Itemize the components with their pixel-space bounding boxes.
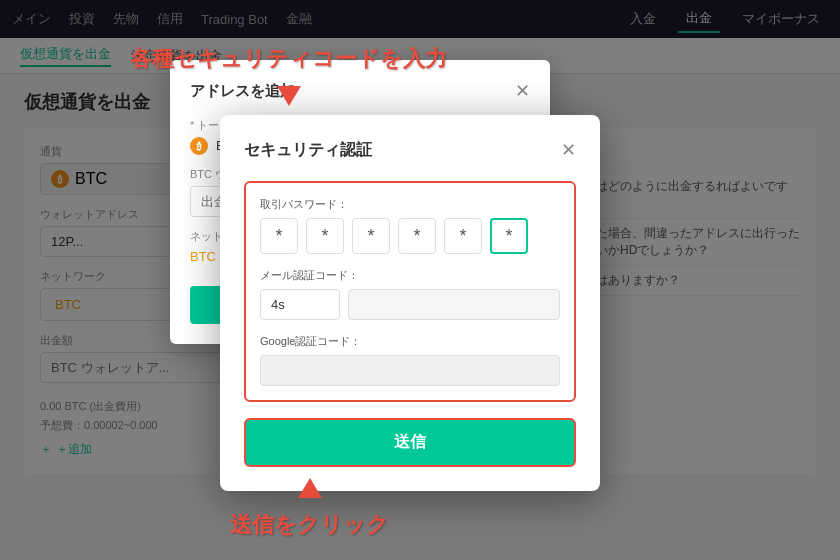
annotation-bottom: 送信をクリック — [230, 474, 389, 540]
email-code-label: メール認証コード： — [260, 268, 560, 283]
google-code-label: Google認証コード： — [260, 334, 560, 349]
google-code-input[interactable] — [260, 355, 560, 386]
annotation-top-text: 各種セキュリティコードを入力 — [130, 44, 447, 74]
security-modal-header: セキュリティ認証 ✕ — [244, 139, 576, 161]
dot-1[interactable]: * — [260, 218, 298, 254]
svg-marker-1 — [298, 478, 322, 498]
arrow-up-icon — [230, 474, 389, 506]
security-modal-close-button[interactable]: ✕ — [561, 139, 576, 161]
password-dots-row: * * * * * * — [260, 218, 560, 254]
email-code-input-full[interactable] — [348, 289, 560, 320]
dot-2[interactable]: * — [306, 218, 344, 254]
dot-4[interactable]: * — [398, 218, 436, 254]
svg-marker-0 — [277, 86, 301, 106]
security-modal-title: セキュリティ認証 — [244, 140, 372, 161]
trade-password-label: 取引パスワード： — [260, 197, 560, 212]
annotation-bottom-text: 送信をクリック — [230, 510, 389, 540]
dot-6[interactable]: * — [490, 218, 528, 254]
dot-3[interactable]: * — [352, 218, 390, 254]
security-modal: セキュリティ認証 ✕ 取引パスワード： * * * * * * メール認証コード… — [220, 115, 600, 491]
add-address-close-button[interactable]: ✕ — [515, 80, 530, 102]
arrow-down-icon — [130, 78, 447, 110]
annotation-top: 各種セキュリティコードを入力 — [130, 44, 447, 110]
modal-btc-icon: ₿ — [190, 137, 208, 155]
email-code-row — [260, 289, 560, 320]
submit-button[interactable]: 送信 — [244, 418, 576, 467]
dot-5[interactable]: * — [444, 218, 482, 254]
email-code-input[interactable] — [260, 289, 340, 320]
security-fields-box: 取引パスワード： * * * * * * メール認証コード： Google認証コ… — [244, 181, 576, 402]
